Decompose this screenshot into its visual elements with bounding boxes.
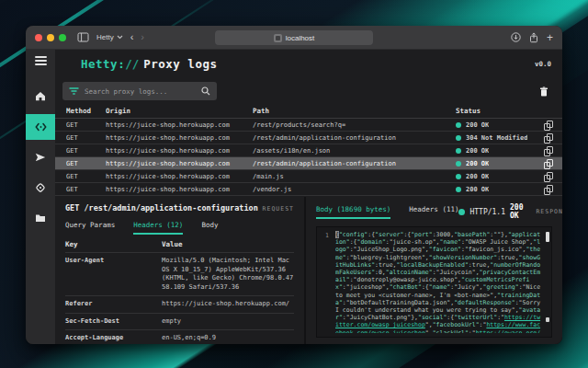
origin-cell: https://juice-shop.herokuapp.com (106, 121, 253, 129)
sidebar-toggle-icon[interactable] (77, 32, 89, 42)
log-row[interactable]: GEThttps://juice-shop.herokuapp.com/vend… (55, 183, 562, 196)
forward-button[interactable]: › (141, 32, 144, 42)
request-tabs: Query ParamsHeaders (12)Body (65, 221, 294, 235)
method-cell: GET (66, 121, 106, 129)
column-value: Value (162, 240, 294, 248)
sidebar-item-scope[interactable] (26, 175, 55, 201)
new-tab-button[interactable]: + (547, 32, 553, 43)
header-key: Accept-Language (65, 334, 162, 343)
address-bar[interactable]: localhost (215, 30, 373, 45)
log-row[interactable]: GEThttps://juice-shop.herokuapp.com/rest… (55, 157, 562, 170)
status-dot (458, 209, 465, 215)
origin-cell: https://juice-shop.herokuapp.com (106, 173, 253, 180)
app-version: v0.0 (535, 60, 551, 68)
copy-icon[interactable] (544, 185, 551, 193)
method-cell: GET (66, 147, 106, 155)
method-cell: GET (66, 134, 106, 142)
request-header-row: Sec-Fetch-Destempty (65, 314, 294, 331)
app-header: Hetty://Proxy logs v0.0 (55, 50, 562, 78)
origin-cell: https://juice-shop.herokuapp.com (106, 186, 253, 193)
path-cell: /main.js (253, 173, 456, 180)
log-table-header: Method Origin Path Status (55, 104, 562, 119)
header-value: en-US,en;q=0.9 (162, 334, 294, 343)
response-tab-2[interactable]: Headers (11) (409, 205, 458, 219)
response-tab-1[interactable]: Body (18690 bytes) (316, 205, 390, 219)
page-title: Proxy logs (143, 57, 217, 71)
status-dot (456, 161, 461, 167)
minimize-button[interactable] (47, 34, 54, 41)
proxy-log-table: Method Origin Path Status GEThttps://jui… (55, 104, 562, 196)
close-button[interactable] (35, 34, 42, 41)
column-path: Path (253, 107, 456, 115)
menu-icon[interactable] (35, 56, 47, 65)
request-panel-label: REQUEST (263, 205, 294, 213)
sidebar (26, 50, 55, 344)
status-dot (456, 148, 461, 154)
column-key: Key (65, 240, 162, 248)
app-brand: Hetty: (81, 57, 125, 71)
status-cell: 200 OK (456, 173, 538, 180)
header-value: empty (162, 317, 294, 327)
back-button[interactable]: ‹ (130, 32, 134, 42)
sidebar-item-projects[interactable] (26, 205, 55, 231)
status-cell: 304 Not Modified (456, 134, 538, 142)
copy-icon[interactable] (544, 172, 551, 180)
browser-window: Hetty ‹ › localhost + (26, 26, 562, 344)
browser-tab-title[interactable]: Hetty (96, 33, 123, 41)
copy-icon[interactable] (544, 146, 551, 155)
copy-icon[interactable] (544, 121, 551, 129)
copy-icon[interactable] (544, 133, 551, 142)
share-icon[interactable] (529, 32, 538, 43)
request-headers-header: Key Value (65, 235, 294, 253)
log-row[interactable]: GEThttps://juice-shop.herokuapp.com/rest… (55, 132, 562, 144)
response-status: HTTP/1.1 200 OK RESPONSE (458, 203, 562, 220)
origin-cell: https://juice-shop.herokuapp.com (106, 134, 253, 142)
request-header-row: Refererhttps://juice-shop.herokuapp.com/ (65, 296, 294, 314)
copy-icon[interactable] (544, 159, 551, 167)
desktop-wallpaper: Hetty ‹ › localhost + (0, 0, 588, 368)
request-title: GET /rest/admin/application-configuratio… (65, 203, 258, 213)
chevron-down-icon (117, 35, 123, 40)
scrollbar-mark[interactable] (546, 317, 549, 322)
status-cell: 200 OK (456, 121, 538, 129)
sidebar-item-proxy-logs[interactable] (26, 114, 55, 140)
header-key: User-Agent (65, 257, 162, 292)
sidebar-item-sender[interactable] (26, 144, 55, 170)
trash-icon[interactable] (539, 86, 548, 97)
search-box[interactable] (62, 82, 217, 100)
request-tab-1[interactable]: Query Params (65, 221, 115, 235)
response-body: {"config":{"server":{"port":3000,"basePa… (335, 231, 542, 333)
request-tab-3[interactable]: Body (201, 221, 218, 235)
status-dot (456, 135, 461, 141)
scope-icon (35, 182, 46, 193)
downloads-icon[interactable] (511, 32, 521, 42)
log-row[interactable]: GEThttps://juice-shop.herokuapp.com/rest… (55, 119, 562, 132)
line-number: 1 (322, 231, 329, 333)
request-tab-2[interactable]: Headers (12) (133, 221, 183, 235)
column-method: Method (66, 107, 106, 115)
path-cell: /assets/i18n/en.json (253, 147, 456, 155)
origin-cell: https://juice-shop.herokuapp.com (106, 147, 253, 155)
sidebar-item-home[interactable] (26, 84, 55, 109)
maximize-button[interactable] (59, 34, 66, 41)
origin-cell: https://juice-shop.herokuapp.com (106, 160, 253, 167)
scrollbar-thumb[interactable] (546, 232, 549, 242)
status-cell: 200 OK (456, 147, 538, 155)
request-header-row: Accept-Languageen-US,en;q=0.9 (65, 330, 294, 344)
response-body-viewer[interactable]: 1 {"config":{"server":{"port":3000,"base… (316, 226, 552, 338)
status-dot (456, 174, 461, 179)
status-dot (456, 122, 461, 128)
column-status: Status (456, 107, 538, 115)
header-key: Referer (65, 300, 162, 309)
path-cell: /rest/products/search?q= (253, 121, 456, 129)
request-panel: GET /rest/admin/application-configuratio… (55, 197, 304, 344)
header-value: https://juice-shop.herokuapp.com/ (162, 300, 294, 309)
request-headers: User-AgentMozilla/5.0 (Macintosh; Intel … (65, 253, 294, 344)
response-tabs: Body (18690 bytes)Headers (11) (316, 205, 458, 219)
projects-folder-icon (35, 213, 46, 223)
search-input[interactable] (85, 87, 196, 96)
path-cell: /rest/admin/application-configuration (253, 160, 456, 167)
log-rows: GEThttps://juice-shop.herokuapp.com/rest… (55, 119, 562, 196)
log-row[interactable]: GEThttps://juice-shop.herokuapp.com/main… (55, 170, 562, 183)
log-row[interactable]: GEThttps://juice-shop.herokuapp.com/asse… (55, 144, 562, 157)
